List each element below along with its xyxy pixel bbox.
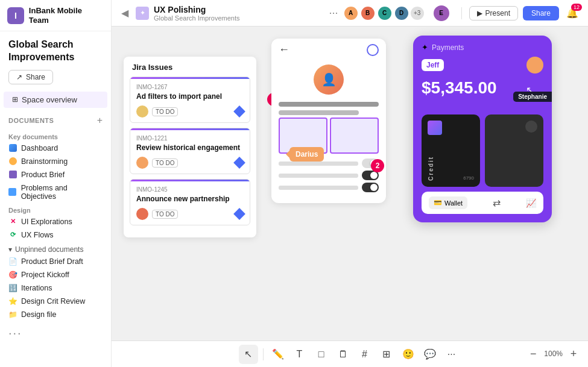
grid-icon: ⊞ [12, 95, 18, 104]
payments-cards: Credit 6790 [413, 114, 552, 187]
sidebar-item-ui-explorations[interactable]: ✕ UI Explorations [0, 215, 111, 228]
text-tool-button[interactable]: T [290, 345, 309, 364]
dashboard-icon [8, 144, 17, 152]
profile-widget: ← 👤 [271, 39, 386, 203]
jira-title-2: Review historical engagement [136, 143, 244, 152]
canvas-content: Jira Issues INMO-1267 Ad filters to impo… [112, 27, 588, 340]
profile-bar-2 [279, 110, 359, 115]
jira-avatar-2 [136, 157, 148, 169]
jira-avatar-3 [136, 208, 148, 220]
topbar-more-button[interactable]: ··· [329, 7, 338, 19]
card-number: 6790 [428, 175, 474, 181]
unpinned-section[interactable]: ▾ Unpinned documents [0, 242, 111, 255]
zoom-out-button[interactable]: − [526, 347, 540, 361]
add-document-button[interactable]: + [97, 115, 103, 126]
card-text-vertical: Credit [428, 156, 434, 181]
sidebar-item-problems[interactable]: Problems and Objectives [0, 181, 111, 203]
doc-icon: 📄 [8, 257, 17, 266]
table-tool-button[interactable]: ⊞ [377, 345, 396, 364]
sidebar-item-product-brief-draft[interactable]: 📄 Product Brief Draft [0, 255, 111, 268]
current-user-avatar: E [432, 4, 450, 22]
jira-status-2: TO DO [152, 158, 178, 168]
zoom-controls: − 100% + [526, 347, 581, 361]
darius-tooltip: Darius [289, 147, 324, 162]
payment-card-1: Credit 6790 [422, 114, 480, 187]
wallet-button[interactable]: 💳 Wallet [429, 196, 467, 209]
profile-circle-icon [367, 44, 379, 56]
payments-label: Payments [432, 43, 464, 52]
profile-col-2 [330, 118, 379, 154]
collapse-sidebar-button[interactable]: ◀ [119, 5, 131, 21]
topbar-title-area: UX Polishing Global Search Improvements [154, 5, 324, 22]
jira-card-3: INMO-1245 Announce new partnership TO DO [130, 179, 250, 225]
design-crit-icon: ⭐ [8, 297, 17, 306]
chevron-down-icon: ▾ [8, 245, 12, 254]
share-icon: ↗ [16, 73, 22, 81]
sidebar-item-dashboard[interactable]: Dashboard [0, 142, 111, 155]
sidebar-item-brainstorming[interactable]: Brainstorming [0, 155, 111, 168]
payments-widget: ✦ Payments Jeff $5,345.00 ↖ Stephanie Cr… [413, 36, 552, 222]
profile-avatar: 👤 [314, 64, 344, 95]
avatar-3: C [377, 5, 393, 21]
jira-status-3: TO DO [152, 210, 178, 219]
sidebar-item-iterations[interactable]: 🔢 Iterations [0, 281, 111, 295]
sidebar-item-design-file[interactable]: 📁 Design file [0, 308, 111, 321]
canvas-area: Jira Issues INMO-1267 Ad filters to impo… [112, 27, 588, 367]
zoom-in-button[interactable]: + [566, 347, 581, 361]
badge-2: 2 [371, 159, 384, 172]
sticky-note-button[interactable]: 🗒 [334, 345, 353, 364]
sidebar-header: I InBank Mobile Team [0, 0, 111, 31]
product-brief-icon [8, 171, 17, 179]
share-button[interactable]: Share [523, 6, 559, 20]
sidebar-item-ux-flows[interactable]: ⟳ UX Flows [0, 228, 111, 242]
sidebar-documents-section: Documents + [0, 109, 111, 130]
emoji-tool-button[interactable]: 🙂 [399, 345, 418, 364]
transfer-icon[interactable]: ⇄ [493, 197, 501, 209]
jira-id-2: INMO-1221 [136, 135, 244, 142]
shape-tool-button[interactable]: □ [312, 345, 331, 364]
toggle-3[interactable] [362, 183, 379, 192]
card2-icon [525, 121, 537, 133]
chart-icon[interactable]: 📈 [526, 198, 536, 208]
present-button[interactable]: ▶ Present [469, 6, 518, 20]
project-title: Global Search Improvements [0, 31, 111, 66]
sidebar-item-space-overview[interactable]: ⊞ Space overview [4, 92, 107, 108]
problems-icon [8, 188, 17, 196]
select-tool-button[interactable]: ↖ [239, 345, 258, 364]
avatar-4: D [394, 5, 409, 21]
key-documents-label: Key documents [0, 130, 111, 142]
avatar-2: B [360, 5, 376, 21]
jira-avatar-1 [136, 105, 148, 118]
more-tools-button[interactable]: ··· [442, 345, 461, 364]
notification-badge: 12 [571, 4, 582, 11]
grid-tool-button[interactable]: # [355, 345, 375, 364]
iterations-icon: 🔢 [8, 284, 17, 292]
payments-icon: ✦ [422, 43, 428, 52]
avatar-overflow: +3 [411, 7, 424, 20]
ui-icon: ✕ [8, 218, 17, 226]
sidebar-item-product-brief[interactable]: Product Brief [0, 168, 111, 181]
comment-tool-button[interactable]: 💬 [420, 345, 440, 364]
sidebar-share-button[interactable]: ↗ Share [8, 70, 53, 84]
play-icon: ▶ [477, 9, 482, 17]
doc-subtitle: Global Search Improvements [154, 14, 324, 22]
jira-diamond-2 [233, 157, 245, 169]
sidebar-item-design-crit[interactable]: ⭐ Design Crit Review [0, 295, 111, 308]
payments-avatar [526, 57, 543, 74]
jira-diamond-1 [233, 105, 245, 118]
jira-title-3: Announce new partnership [136, 195, 244, 203]
workspace-logo: I [7, 7, 24, 24]
payments-user-tag: Jeff [422, 59, 444, 71]
sidebar-item-project-kickoff[interactable]: 🎯 Project Kickoff [0, 268, 111, 281]
profile-back-button[interactable]: ← [279, 43, 289, 56]
zoom-level: 100% [544, 350, 563, 358]
notifications-button[interactable]: 🔔 12 [564, 5, 581, 21]
payments-bottom-bar: 💳 Wallet ⇄ 📈 [422, 192, 543, 214]
collaborator-tag: Stephanie [513, 92, 552, 102]
ux-icon: ⟳ [8, 231, 17, 239]
sidebar-more-button[interactable]: ··· [0, 321, 111, 345]
jira-status-1: TO DO [152, 107, 178, 116]
pen-tool-button[interactable]: ✏️ [268, 345, 288, 364]
collaborators-list: A B C D +3 [343, 5, 424, 21]
jira-id-1: INMO-1267 [136, 84, 244, 90]
